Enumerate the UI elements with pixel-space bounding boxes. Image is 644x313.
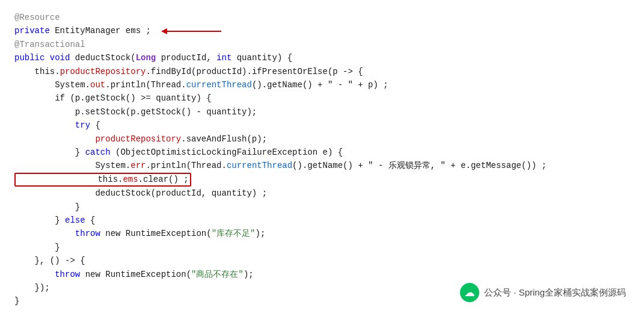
code-line: this.ems.clear() ;: [14, 173, 630, 187]
code-line: } else {: [14, 214, 630, 227]
code-line: }: [14, 241, 630, 254]
code-line: }, () -> {: [14, 254, 630, 267]
code-line: deductStock(productId, quantity) ;: [14, 187, 630, 200]
watermark: ☁ 公众号 · Spring全家桶实战案例源码: [460, 283, 626, 302]
code-line: productRepository.saveAndFlush(p);: [14, 132, 630, 146]
code-line: try {: [14, 119, 630, 132]
code-line: throw new RuntimeException("商品不存在");: [14, 268, 630, 281]
code-line: System.err.println(Thread.currentThread(…: [14, 159, 630, 172]
code-line: throw new RuntimeException("库存不足");: [14, 227, 630, 240]
code-line: private EntityManager ems ;: [14, 24, 630, 37]
code-line: @Resource: [14, 11, 630, 24]
code-line: @Transactional: [14, 38, 630, 51]
highlighted-line: this.ems.clear() ;: [14, 173, 191, 187]
svg-marker-1: [161, 28, 167, 34]
wechat-icon: ☁: [460, 283, 479, 302]
code-line: }: [14, 200, 630, 214]
code-line: this.productRepository.findById(productI…: [14, 65, 630, 78]
code-line: p.setStock(p.getStock() - quantity);: [14, 105, 630, 119]
red-arrow-icon: [151, 26, 233, 36]
code-block: @Resourceprivate EntityManager ems ; @Tr…: [14, 11, 630, 308]
code-viewer: @Resourceprivate EntityManager ems ; @Tr…: [0, 0, 644, 313]
code-line: if (p.getStock() >= quantity) {: [14, 91, 630, 105]
code-line: } catch (ObjectOptimisticLockingFailureE…: [14, 146, 630, 159]
code-line: public void deductStock(Long productId, …: [14, 51, 630, 64]
code-line: System.out.println(Thread.currentThread(…: [14, 78, 630, 91]
watermark-text: 公众号 · Spring全家桶实战案例源码: [484, 287, 626, 299]
